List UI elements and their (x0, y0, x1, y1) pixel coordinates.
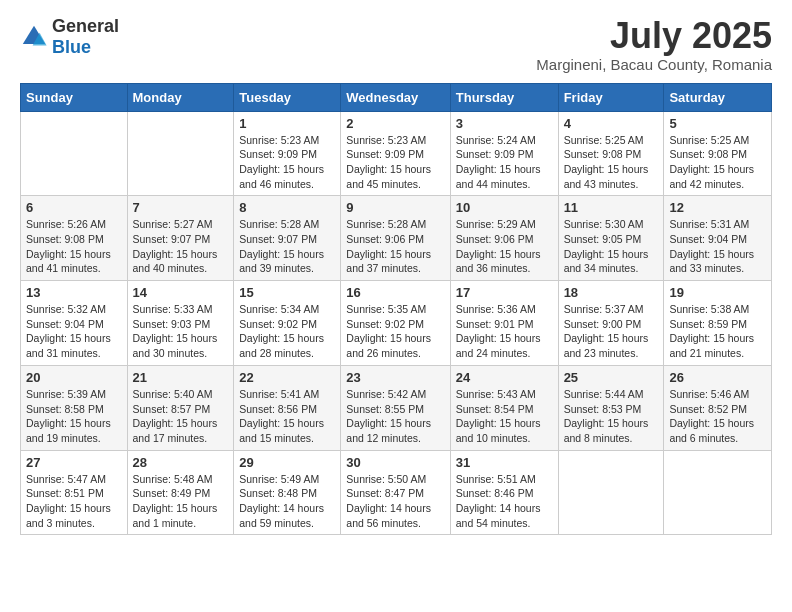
day-number: 29 (239, 455, 335, 470)
table-row: 3Sunrise: 5:24 AM Sunset: 9:09 PM Daylig… (450, 111, 558, 196)
day-info: Sunrise: 5:25 AM Sunset: 9:08 PM Dayligh… (669, 133, 766, 192)
logo: General Blue (20, 16, 119, 58)
table-row (127, 111, 234, 196)
table-row: 21Sunrise: 5:40 AM Sunset: 8:57 PM Dayli… (127, 365, 234, 450)
day-number: 16 (346, 285, 444, 300)
calendar-table: Sunday Monday Tuesday Wednesday Thursday… (20, 83, 772, 536)
day-info: Sunrise: 5:25 AM Sunset: 9:08 PM Dayligh… (564, 133, 659, 192)
day-info: Sunrise: 5:50 AM Sunset: 8:47 PM Dayligh… (346, 472, 444, 531)
day-info: Sunrise: 5:27 AM Sunset: 9:07 PM Dayligh… (133, 217, 229, 276)
day-number: 19 (669, 285, 766, 300)
day-info: Sunrise: 5:32 AM Sunset: 9:04 PM Dayligh… (26, 302, 122, 361)
location-title: Margineni, Bacau County, Romania (536, 56, 772, 73)
col-monday: Monday (127, 83, 234, 111)
table-row: 12Sunrise: 5:31 AM Sunset: 9:04 PM Dayli… (664, 196, 772, 281)
page: General Blue July 2025 Margineni, Bacau … (0, 0, 792, 551)
logo-text: General Blue (52, 16, 119, 58)
table-row: 26Sunrise: 5:46 AM Sunset: 8:52 PM Dayli… (664, 365, 772, 450)
table-row (664, 450, 772, 535)
table-row: 18Sunrise: 5:37 AM Sunset: 9:00 PM Dayli… (558, 281, 664, 366)
day-number: 26 (669, 370, 766, 385)
day-number: 24 (456, 370, 553, 385)
table-row: 20Sunrise: 5:39 AM Sunset: 8:58 PM Dayli… (21, 365, 128, 450)
table-row: 4Sunrise: 5:25 AM Sunset: 9:08 PM Daylig… (558, 111, 664, 196)
table-row: 6Sunrise: 5:26 AM Sunset: 9:08 PM Daylig… (21, 196, 128, 281)
day-number: 21 (133, 370, 229, 385)
table-row: 23Sunrise: 5:42 AM Sunset: 8:55 PM Dayli… (341, 365, 450, 450)
day-info: Sunrise: 5:38 AM Sunset: 8:59 PM Dayligh… (669, 302, 766, 361)
day-number: 15 (239, 285, 335, 300)
table-row: 14Sunrise: 5:33 AM Sunset: 9:03 PM Dayli… (127, 281, 234, 366)
day-info: Sunrise: 5:31 AM Sunset: 9:04 PM Dayligh… (669, 217, 766, 276)
day-number: 10 (456, 200, 553, 215)
col-tuesday: Tuesday (234, 83, 341, 111)
day-number: 8 (239, 200, 335, 215)
day-number: 14 (133, 285, 229, 300)
day-number: 5 (669, 116, 766, 131)
col-friday: Friday (558, 83, 664, 111)
day-number: 3 (456, 116, 553, 131)
title-block: July 2025 Margineni, Bacau County, Roman… (536, 16, 772, 73)
table-row: 13Sunrise: 5:32 AM Sunset: 9:04 PM Dayli… (21, 281, 128, 366)
month-title: July 2025 (536, 16, 772, 56)
table-row: 27Sunrise: 5:47 AM Sunset: 8:51 PM Dayli… (21, 450, 128, 535)
table-row: 29Sunrise: 5:49 AM Sunset: 8:48 PM Dayli… (234, 450, 341, 535)
table-row: 19Sunrise: 5:38 AM Sunset: 8:59 PM Dayli… (664, 281, 772, 366)
table-row (21, 111, 128, 196)
day-number: 6 (26, 200, 122, 215)
calendar-week-5: 27Sunrise: 5:47 AM Sunset: 8:51 PM Dayli… (21, 450, 772, 535)
day-info: Sunrise: 5:29 AM Sunset: 9:06 PM Dayligh… (456, 217, 553, 276)
table-row: 9Sunrise: 5:28 AM Sunset: 9:06 PM Daylig… (341, 196, 450, 281)
calendar-week-2: 6Sunrise: 5:26 AM Sunset: 9:08 PM Daylig… (21, 196, 772, 281)
day-info: Sunrise: 5:44 AM Sunset: 8:53 PM Dayligh… (564, 387, 659, 446)
day-number: 9 (346, 200, 444, 215)
day-number: 25 (564, 370, 659, 385)
day-info: Sunrise: 5:30 AM Sunset: 9:05 PM Dayligh… (564, 217, 659, 276)
day-info: Sunrise: 5:39 AM Sunset: 8:58 PM Dayligh… (26, 387, 122, 446)
day-number: 23 (346, 370, 444, 385)
col-sunday: Sunday (21, 83, 128, 111)
table-row: 22Sunrise: 5:41 AM Sunset: 8:56 PM Dayli… (234, 365, 341, 450)
day-info: Sunrise: 5:23 AM Sunset: 9:09 PM Dayligh… (346, 133, 444, 192)
header: General Blue July 2025 Margineni, Bacau … (20, 16, 772, 73)
table-row: 15Sunrise: 5:34 AM Sunset: 9:02 PM Dayli… (234, 281, 341, 366)
table-row: 31Sunrise: 5:51 AM Sunset: 8:46 PM Dayli… (450, 450, 558, 535)
day-info: Sunrise: 5:34 AM Sunset: 9:02 PM Dayligh… (239, 302, 335, 361)
logo-general: General (52, 16, 119, 36)
day-number: 13 (26, 285, 122, 300)
day-info: Sunrise: 5:36 AM Sunset: 9:01 PM Dayligh… (456, 302, 553, 361)
day-info: Sunrise: 5:35 AM Sunset: 9:02 PM Dayligh… (346, 302, 444, 361)
day-info: Sunrise: 5:47 AM Sunset: 8:51 PM Dayligh… (26, 472, 122, 531)
table-row: 24Sunrise: 5:43 AM Sunset: 8:54 PM Dayli… (450, 365, 558, 450)
day-number: 18 (564, 285, 659, 300)
day-info: Sunrise: 5:48 AM Sunset: 8:49 PM Dayligh… (133, 472, 229, 531)
table-row: 28Sunrise: 5:48 AM Sunset: 8:49 PM Dayli… (127, 450, 234, 535)
day-info: Sunrise: 5:37 AM Sunset: 9:00 PM Dayligh… (564, 302, 659, 361)
calendar-week-4: 20Sunrise: 5:39 AM Sunset: 8:58 PM Dayli… (21, 365, 772, 450)
table-row: 10Sunrise: 5:29 AM Sunset: 9:06 PM Dayli… (450, 196, 558, 281)
logo-icon (20, 23, 48, 51)
table-row: 1Sunrise: 5:23 AM Sunset: 9:09 PM Daylig… (234, 111, 341, 196)
col-thursday: Thursday (450, 83, 558, 111)
day-number: 12 (669, 200, 766, 215)
day-number: 30 (346, 455, 444, 470)
day-number: 11 (564, 200, 659, 215)
day-info: Sunrise: 5:33 AM Sunset: 9:03 PM Dayligh… (133, 302, 229, 361)
col-saturday: Saturday (664, 83, 772, 111)
table-row: 16Sunrise: 5:35 AM Sunset: 9:02 PM Dayli… (341, 281, 450, 366)
day-number: 4 (564, 116, 659, 131)
day-number: 2 (346, 116, 444, 131)
day-info: Sunrise: 5:42 AM Sunset: 8:55 PM Dayligh… (346, 387, 444, 446)
day-info: Sunrise: 5:28 AM Sunset: 9:06 PM Dayligh… (346, 217, 444, 276)
day-number: 20 (26, 370, 122, 385)
calendar-week-1: 1Sunrise: 5:23 AM Sunset: 9:09 PM Daylig… (21, 111, 772, 196)
day-info: Sunrise: 5:51 AM Sunset: 8:46 PM Dayligh… (456, 472, 553, 531)
table-row: 5Sunrise: 5:25 AM Sunset: 9:08 PM Daylig… (664, 111, 772, 196)
table-row (558, 450, 664, 535)
day-number: 1 (239, 116, 335, 131)
day-info: Sunrise: 5:28 AM Sunset: 9:07 PM Dayligh… (239, 217, 335, 276)
day-info: Sunrise: 5:23 AM Sunset: 9:09 PM Dayligh… (239, 133, 335, 192)
table-row: 30Sunrise: 5:50 AM Sunset: 8:47 PM Dayli… (341, 450, 450, 535)
day-number: 28 (133, 455, 229, 470)
day-info: Sunrise: 5:41 AM Sunset: 8:56 PM Dayligh… (239, 387, 335, 446)
